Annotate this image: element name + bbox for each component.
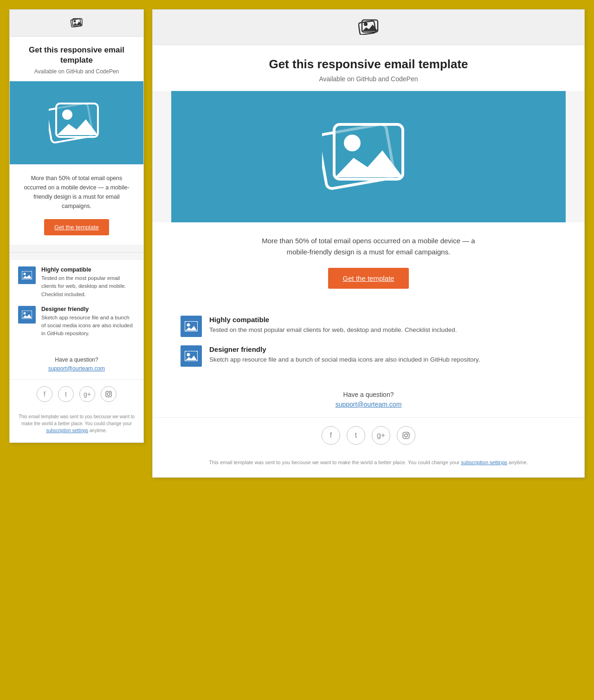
svg-point-18 <box>107 393 110 395</box>
left-contact-email[interactable]: support@ourteam.com <box>48 365 105 372</box>
left-top-image-icon <box>70 22 83 29</box>
right-feature-list: Highly compatible Tested on the most pop… <box>153 306 584 384</box>
svg-point-19 <box>110 392 111 393</box>
left-social-facebook[interactable]: f <box>37 386 52 402</box>
right-social-facebook[interactable]: f <box>322 426 340 445</box>
svg-point-25 <box>344 135 361 151</box>
left-subtitle: Available on GitHub and CodePen <box>19 68 134 75</box>
left-feature-text-1: Highly compatible Tested on the most pop… <box>41 266 135 298</box>
left-top-icon-bar <box>10 10 143 37</box>
left-feature-icon-1 <box>18 266 36 284</box>
right-cta-button[interactable]: Get the template <box>328 268 409 289</box>
left-divider <box>10 252 143 253</box>
left-feature-title-1: Highly compatible <box>41 266 135 273</box>
svg-rect-17 <box>106 391 111 397</box>
right-contact-email[interactable]: support@ourteam.com <box>336 401 402 408</box>
left-social-instagram[interactable] <box>101 386 116 402</box>
left-hero-banner <box>10 81 143 164</box>
right-feature-desc-1: Tested on the most popular email clients… <box>209 325 457 335</box>
svg-point-31 <box>405 434 408 437</box>
right-social-bar: f t g+ <box>153 417 584 453</box>
right-footer-suffix: anytime. <box>509 460 528 465</box>
right-body-text: More than 50% of total email opens occur… <box>257 235 480 258</box>
left-feature-title-2: Designer friendly <box>41 306 135 312</box>
left-feature-item-2: Designer friendly Sketch app resource fi… <box>18 306 135 338</box>
left-footer-link[interactable]: subscription settings <box>46 428 88 433</box>
left-feature-desc-2: Sketch app resource file and a bunch of … <box>41 314 135 338</box>
svg-rect-30 <box>403 432 409 439</box>
right-social-googleplus[interactable]: g+ <box>372 426 390 445</box>
right-feature-text-2: Designer friendly Sketch app resource fi… <box>209 345 480 364</box>
right-footer-link[interactable]: subscription settings <box>461 460 507 465</box>
right-hero-banner <box>171 91 566 222</box>
right-feature-desc-2: Sketch app resource file and a bunch of … <box>209 355 480 364</box>
left-feature-icon-2 <box>18 306 36 324</box>
right-footer-text: This email template was sent to you beco… <box>209 460 459 465</box>
right-social-twitter[interactable]: t <box>347 426 365 445</box>
right-title: Get this responsive email template <box>171 57 566 71</box>
right-header: Get this responsive email template Avail… <box>153 45 584 91</box>
left-footer-suffix: anytime. <box>90 428 107 433</box>
svg-point-16 <box>24 312 26 314</box>
svg-point-12 <box>62 110 72 120</box>
right-feature-icon-1 <box>181 316 202 337</box>
left-footer-text: This email template was sent to you beco… <box>19 414 135 426</box>
svg-point-27 <box>187 324 190 327</box>
right-top-icon-bar <box>153 10 584 45</box>
left-title: Get this responsive email template <box>19 45 134 65</box>
right-footer: This email template was sent to you beco… <box>153 453 584 477</box>
left-contact: Have a question? support@ourteam.com <box>10 352 143 379</box>
right-feature-title-1: Highly compatible <box>209 316 457 324</box>
left-footer: This email template was sent to you beco… <box>10 408 143 442</box>
svg-point-32 <box>407 433 408 434</box>
right-feature-icon-2 <box>181 345 202 367</box>
right-top-image-icon <box>358 28 379 36</box>
svg-point-22 <box>364 22 368 26</box>
right-card: Get this responsive email template Avail… <box>152 9 585 478</box>
left-contact-question: Have a question? <box>19 356 134 363</box>
left-social-twitter[interactable]: t <box>58 386 74 402</box>
left-feature-desc-1: Tested on the most popular email clients… <box>41 274 135 298</box>
right-feature-text-1: Highly compatible Tested on the most pop… <box>209 316 457 335</box>
page-wrapper: Get this responsive email template Avail… <box>9 9 585 478</box>
right-contact: Have a question? support@ourteam.com <box>153 384 584 417</box>
svg-point-29 <box>187 353 190 356</box>
left-body-text: More than 50% of total email opens occur… <box>19 174 134 211</box>
left-social-bar: f t g+ <box>10 379 143 408</box>
right-subtitle: Available on GitHub and CodePen <box>171 75 566 83</box>
right-body: More than 50% of total email opens occur… <box>153 222 584 306</box>
left-body: More than 50% of total email opens occur… <box>10 164 143 245</box>
right-hero-image-icon <box>322 119 415 194</box>
left-social-googleplus[interactable]: g+ <box>79 386 95 402</box>
right-feature-item-2: Designer friendly Sketch app resource fi… <box>181 345 556 367</box>
left-cta-button[interactable]: Get the template <box>44 219 109 235</box>
right-social-instagram[interactable] <box>397 426 415 445</box>
svg-point-14 <box>24 273 26 275</box>
left-feature-list: Highly compatible Tested on the most pop… <box>10 260 143 352</box>
left-hero-image-icon <box>49 100 104 146</box>
left-feature-text-2: Designer friendly Sketch app resource fi… <box>41 306 135 338</box>
left-feature-item-1: Highly compatible Tested on the most pop… <box>18 266 135 298</box>
svg-point-9 <box>74 20 76 22</box>
left-header: Get this responsive email template Avail… <box>10 37 143 81</box>
left-card: Get this responsive email template Avail… <box>9 9 144 443</box>
right-feature-item-1: Highly compatible Tested on the most pop… <box>181 316 556 337</box>
right-contact-question: Have a question? <box>171 391 566 398</box>
right-feature-title-2: Designer friendly <box>209 345 480 353</box>
